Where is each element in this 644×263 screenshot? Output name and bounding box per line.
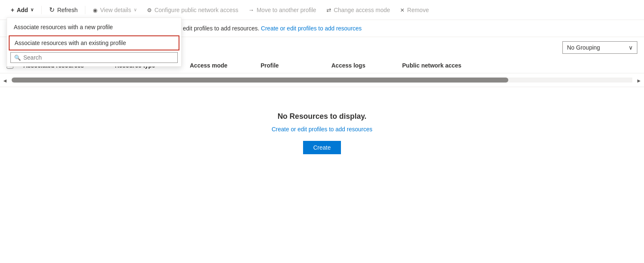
view-details-chevron: ∨ xyxy=(134,7,137,13)
search-icon xyxy=(14,54,21,61)
grouping-chevron-icon: ∨ xyxy=(629,44,633,51)
col-public-network: Public network acces xyxy=(402,62,485,69)
eye-icon xyxy=(93,7,97,13)
toolbar-divider-1 xyxy=(41,6,42,14)
add-button[interactable]: Add ∨ xyxy=(7,4,38,16)
associate-existing-profile-item[interactable]: Associate resources with an existing pro… xyxy=(9,35,179,50)
add-dropdown-menu: Associate resources with a new profile A… xyxy=(7,18,182,67)
info-link[interactable]: Create or edit profiles to add resources xyxy=(261,25,362,32)
add-dropdown-wrapper: Add ∨ Associate resources with a new pro… xyxy=(7,4,38,16)
wrench-icon xyxy=(147,7,152,13)
view-details-button[interactable]: View details ∨ xyxy=(89,4,141,16)
scroll-right-arrow[interactable] xyxy=(634,75,644,85)
grouping-dropdown[interactable]: No Grouping ∨ xyxy=(562,41,637,54)
col-profile: Profile xyxy=(261,62,331,69)
empty-state: No Resources to display. Create or edit … xyxy=(0,87,644,179)
refresh-label: Refresh xyxy=(57,7,77,13)
move-button[interactable]: Move to another profile xyxy=(244,4,320,16)
change-access-button[interactable]: Change access mode xyxy=(322,4,394,16)
empty-title: No Resources to display. xyxy=(278,112,367,121)
scroll-left-arrow[interactable] xyxy=(0,75,10,85)
refresh-icon xyxy=(49,6,55,14)
associate-existing-label: Associate resources with an existing pro… xyxy=(15,40,126,46)
remove-button[interactable]: Remove xyxy=(396,4,433,16)
chevron-left-icon xyxy=(3,77,7,83)
remove-label: Remove xyxy=(407,7,429,13)
scroll-thumb xyxy=(12,78,508,83)
toolbar-divider-2 xyxy=(85,6,85,14)
chevron-right-icon xyxy=(637,77,641,83)
configure-label: Configure public network access xyxy=(154,7,239,13)
col-access-logs: Access logs xyxy=(331,62,402,69)
close-icon xyxy=(400,7,405,13)
create-button[interactable]: Create xyxy=(303,141,341,154)
arrow-icon xyxy=(248,7,254,13)
chevron-down-icon: ∨ xyxy=(30,7,34,13)
view-details-label: View details xyxy=(100,7,131,13)
associate-new-label: Associate resources with a new profile xyxy=(14,24,113,30)
empty-subtitle: Create or edit profiles to add resources xyxy=(271,126,372,133)
dropdown-search-container xyxy=(10,52,178,63)
toolbar: Add ∨ Associate resources with a new pro… xyxy=(0,0,644,20)
dropdown-search-input[interactable] xyxy=(23,54,174,61)
grouping-label: No Grouping xyxy=(567,44,600,51)
switch-icon xyxy=(326,7,331,13)
add-label: Add xyxy=(17,7,28,13)
scroll-track[interactable] xyxy=(12,78,632,83)
refresh-button[interactable]: Refresh xyxy=(45,3,82,16)
empty-subtitle-link[interactable]: Create or edit profiles to add resources xyxy=(271,126,372,133)
move-label: Move to another profile xyxy=(256,7,316,13)
configure-button[interactable]: Configure public network access xyxy=(143,4,243,16)
associate-new-profile-item[interactable]: Associate resources with a new profile xyxy=(7,20,181,35)
change-access-label: Change access mode xyxy=(334,7,390,13)
col-access-mode: Access mode xyxy=(190,62,261,69)
plus-icon xyxy=(11,7,14,13)
horizontal-scrollbar xyxy=(0,73,644,87)
